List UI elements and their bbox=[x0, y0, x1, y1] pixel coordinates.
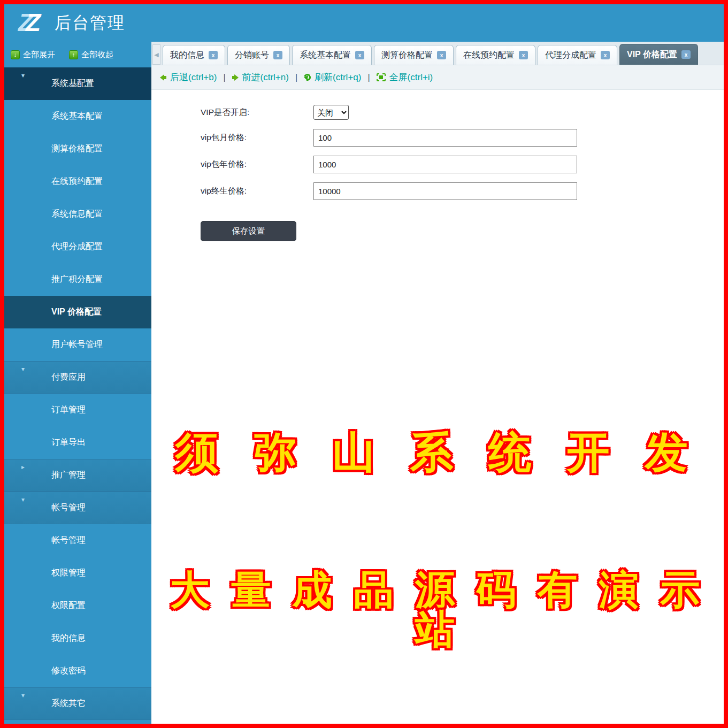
admin-window: Z Z 后台管理 ↓ 全部展开 ↑ 全部收起 ▾ 系统基配置 系统基本配置 bbox=[0, 0, 728, 728]
sidebar-item-修改密码[interactable]: 修改密码 bbox=[4, 655, 151, 687]
sidebar-item-label: 权限配置 bbox=[4, 600, 86, 611]
forward-button[interactable]: 前进(ctrl+n) bbox=[232, 71, 289, 83]
expand-all-button[interactable]: ↓ 全部展开 bbox=[11, 50, 55, 60]
toolbar: 后退(ctrl+b) | 前进(ctrl+n) | 刷新(ctrl+q) | bbox=[151, 65, 724, 90]
watermark-line-2: 大 量 成 品 源 码 有 演 示 站 bbox=[151, 570, 724, 649]
sidebar-group-推广管理[interactable]: ▸ 推广管理 bbox=[4, 459, 151, 492]
field-label: vip包月价格: bbox=[151, 132, 313, 143]
chevron-icon: ▸ bbox=[21, 464, 25, 470]
tab-代理分成配置[interactable]: 代理分成配置 x bbox=[538, 45, 617, 65]
toolbar-separator: | bbox=[367, 73, 370, 82]
sidebar-item-在线预约配置[interactable]: 在线预约配置 bbox=[4, 165, 151, 198]
refresh-button[interactable]: 刷新(ctrl+q) bbox=[304, 71, 361, 83]
sidebar-expand-bar: ↓ 全部展开 ↑ 全部收起 bbox=[4, 42, 151, 67]
watermark-line-1: 须 弥 山 系 统 开 发 bbox=[151, 431, 724, 474]
sidebar-item-我的信息[interactable]: 我的信息 bbox=[4, 622, 151, 655]
fullscreen-label: 全屏(ctrl+i) bbox=[389, 71, 433, 83]
sidebar-group-系统其它[interactable]: ▾ 系统其它 bbox=[4, 687, 151, 720]
sidebar-group-帐号管理[interactable]: ▾ 帐号管理 bbox=[4, 492, 151, 524]
content-panel: VIP是否开启: 关闭 vip包月价格: vip包年价格: vip终生价格: 保… bbox=[151, 90, 724, 724]
sidebar-item-帐号管理[interactable]: 帐号管理 bbox=[4, 524, 151, 557]
sidebar-item-label: 系统信息配置 bbox=[4, 209, 103, 220]
sidebar-item-代理分成配置[interactable]: 代理分成配置 bbox=[4, 231, 151, 263]
price-input[interactable] bbox=[313, 182, 577, 200]
chevron-icon: ▾ bbox=[21, 366, 25, 372]
tab-我的信息[interactable]: 我的信息 x bbox=[163, 45, 225, 65]
toolbar-separator: | bbox=[223, 73, 225, 82]
forward-arrow-icon bbox=[232, 74, 239, 81]
sidebar-item-系统信息配置[interactable]: 系统信息配置 bbox=[4, 198, 151, 231]
tab-VIP 价格配置[interactable]: VIP 价格配置 x bbox=[619, 44, 698, 65]
sidebar-item-label: 帐号管理 bbox=[4, 535, 86, 546]
tab-scroll-left-button[interactable]: ◀ bbox=[152, 44, 160, 65]
tab-label: 我的信息 bbox=[170, 50, 204, 61]
tab-测算价格配置[interactable]: 测算价格配置 x bbox=[374, 45, 454, 65]
sidebar-item-权限配置[interactable]: 权限配置 bbox=[4, 589, 151, 622]
top-header: Z Z 后台管理 bbox=[4, 4, 724, 42]
sidebar-item-label: 权限管理 bbox=[4, 568, 86, 579]
app-title: 后台管理 bbox=[55, 12, 125, 34]
sidebar-item-label: 修改密码 bbox=[4, 665, 86, 677]
sidebar-item-label: 用户帐号管理 bbox=[4, 339, 103, 350]
forward-label: 前进(ctrl+n) bbox=[242, 71, 289, 83]
form-row: VIP是否开启: 关闭 bbox=[151, 105, 724, 120]
sidebar-item-label: 付费应用 bbox=[4, 372, 86, 383]
chevron-icon: ▾ bbox=[21, 72, 25, 79]
main-area: ◀ 我的信息 x 分销账号 x 系统基本配置 x 测算价格配置 x 在线预约配置… bbox=[151, 42, 724, 724]
save-settings-button[interactable]: 保存设置 bbox=[201, 221, 296, 241]
chevron-icon: ▾ bbox=[21, 692, 25, 699]
sidebar-item-label: 帐号管理 bbox=[4, 502, 86, 514]
back-label: 后退(ctrl+b) bbox=[170, 71, 217, 83]
close-icon[interactable]: x bbox=[601, 51, 610, 59]
sidebar-item-订单导出[interactable]: 订单导出 bbox=[4, 426, 151, 459]
tab-label: VIP 价格配置 bbox=[627, 49, 677, 60]
app-logo: Z Z 后台管理 bbox=[18, 10, 125, 36]
collapse-all-label: 全部收起 bbox=[81, 50, 113, 60]
field-label: vip终生价格: bbox=[151, 186, 313, 197]
sidebar-item-推广积分配置[interactable]: 推广积分配置 bbox=[4, 263, 151, 296]
logo-z-front: Z bbox=[26, 8, 41, 37]
sidebar-group-付费应用[interactable]: ▾ 付费应用 bbox=[4, 361, 151, 394]
expand-all-label: 全部展开 bbox=[23, 50, 55, 60]
price-input[interactable] bbox=[313, 129, 577, 147]
back-arrow-icon bbox=[160, 74, 166, 81]
sidebar-group-系统基配置[interactable]: ▾ 系统基配置 bbox=[4, 67, 151, 100]
close-icon[interactable]: x bbox=[273, 51, 282, 59]
sidebar-item-label: 系统基本配置 bbox=[4, 111, 103, 122]
tab-label: 系统基本配置 bbox=[300, 50, 351, 61]
sidebar-item-订单管理[interactable]: 订单管理 bbox=[4, 394, 151, 426]
tab-系统基本配置[interactable]: 系统基本配置 x bbox=[292, 45, 372, 65]
sidebar: ↓ 全部展开 ↑ 全部收起 ▾ 系统基配置 系统基本配置 测算价格配置 在线预约… bbox=[4, 42, 151, 724]
sidebar-item-label: 推广管理 bbox=[4, 470, 86, 481]
tab-label: 代理分成配置 bbox=[545, 50, 596, 61]
close-icon[interactable]: x bbox=[209, 51, 218, 59]
close-icon[interactable]: x bbox=[681, 50, 691, 59]
sidebar-item-用户帐号管理[interactable]: 用户帐号管理 bbox=[4, 328, 151, 361]
tab-在线预约配置[interactable]: 在线预约配置 x bbox=[456, 45, 535, 65]
arrow-up-icon: ↑ bbox=[69, 50, 78, 59]
close-icon[interactable]: x bbox=[519, 51, 528, 59]
fullscreen-button[interactable]: 全屏(ctrl+i) bbox=[377, 71, 433, 83]
chevron-icon: ▾ bbox=[21, 496, 25, 503]
tab-分销账号[interactable]: 分销账号 x bbox=[227, 45, 290, 65]
arrow-down-icon: ↓ bbox=[11, 50, 20, 59]
sidebar-item-VIP 价格配置[interactable]: VIP 价格配置 bbox=[4, 296, 151, 328]
sidebar-item-label: 系统其它 bbox=[4, 698, 86, 709]
sidebar-item-label: 订单导出 bbox=[4, 437, 86, 448]
sidebar-item-label: 系统基配置 bbox=[4, 78, 94, 89]
refresh-icon bbox=[303, 73, 312, 82]
form-row: vip包月价格: bbox=[151, 129, 724, 147]
collapse-all-button[interactable]: ↑ 全部收起 bbox=[69, 50, 113, 60]
close-icon[interactable]: x bbox=[437, 51, 446, 59]
sidebar-item-权限管理[interactable]: 权限管理 bbox=[4, 557, 151, 589]
sidebar-menu: ▾ 系统基配置 系统基本配置 测算价格配置 在线预约配置 系统信息配置 代理分成… bbox=[4, 67, 151, 720]
tab-label: 测算价格配置 bbox=[381, 50, 433, 61]
tab-bar: ◀ 我的信息 x 分销账号 x 系统基本配置 x 测算价格配置 x 在线预约配置… bbox=[151, 42, 724, 65]
price-input[interactable] bbox=[313, 156, 577, 173]
sidebar-item-测算价格配置[interactable]: 测算价格配置 bbox=[4, 133, 151, 165]
back-button[interactable]: 后退(ctrl+b) bbox=[160, 71, 217, 83]
close-icon[interactable]: x bbox=[355, 51, 364, 59]
sidebar-item-label: 订单管理 bbox=[4, 404, 86, 416]
sidebar-item-系统基本配置[interactable]: 系统基本配置 bbox=[4, 100, 151, 133]
vip-enabled-select[interactable]: 关闭 bbox=[313, 105, 349, 120]
